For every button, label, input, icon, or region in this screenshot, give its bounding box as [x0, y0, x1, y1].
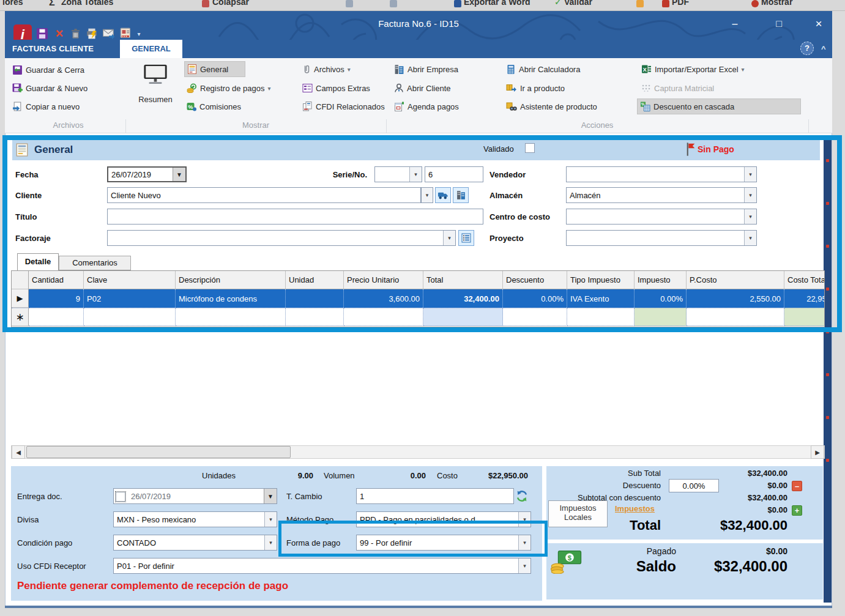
fecha-dropdown-button[interactable]: ▼ [173, 168, 185, 181]
entrega-doc-combo[interactable]: 26/07/2019 ▼ [113, 488, 277, 504]
factoraje-dropdown-button[interactable]: ▾ [443, 231, 455, 245]
qat-dropdown-caret[interactable]: ▾ [135, 27, 143, 40]
proyecto-combo[interactable]: ▾ [566, 230, 757, 246]
guardar-cerrar-button[interactable]: Guardar & Cerra [10, 62, 87, 78]
copiar-nuevo-button[interactable]: Copiar a nuevo [10, 98, 82, 114]
impuestos-locales-button[interactable]: Impuestos Locales [548, 500, 608, 527]
metodo-pago-combo[interactable]: PPD - Pago en parcialidades o d ▾ [356, 511, 531, 527]
cell-unidad[interactable] [286, 289, 344, 308]
ir-a-producto-button[interactable]: Ir a producto [504, 80, 567, 96]
fecha-combo[interactable]: 26/07/2019 ▼ [107, 166, 187, 182]
cell-p-costo[interactable]: 2,550.00 [687, 289, 784, 308]
vendedor-dropdown-button[interactable]: ▾ [744, 167, 756, 182]
col-header[interactable]: Descuento [503, 271, 567, 289]
entrega-dropdown-button[interactable]: ▼ [264, 489, 277, 503]
col-header[interactable]: Cantidad [29, 271, 84, 289]
tab-comentarios[interactable]: Comentarios [59, 256, 131, 270]
asistente-producto-button[interactable]: Asistente de producto [504, 98, 600, 114]
add-tax-button[interactable]: + [792, 505, 802, 516]
cliente-dropdown[interactable]: ▾ [421, 187, 433, 203]
forma-pago-combo[interactable]: 99 - Por definir ▾ [356, 535, 531, 551]
general-view-button[interactable]: General [184, 61, 245, 77]
vendedor-combo[interactable]: ▾ [566, 166, 757, 182]
col-header[interactable]: Impuesto [635, 271, 687, 289]
cell-empty[interactable] [29, 308, 84, 326]
cell-empty[interactable] [84, 308, 176, 326]
cell-empty[interactable] [567, 308, 635, 326]
col-header[interactable]: Descripción [176, 271, 286, 289]
right-marker-strip[interactable] [824, 136, 832, 603]
cell-empty[interactable] [687, 308, 784, 326]
grid-horizontal-scrollbar[interactable]: ◀ ▶ [11, 445, 825, 459]
cell-empty[interactable] [635, 308, 687, 326]
cell-descripcion[interactable]: Micrófono de condens [176, 289, 286, 308]
divisa-dropdown-button[interactable]: ▾ [264, 512, 277, 527]
descuento-cascada-button[interactable]: % Descuento en cascada [637, 98, 801, 114]
cliente-sucursal-button[interactable] [453, 187, 469, 203]
cliente-dropdown-button[interactable]: ▾ [422, 188, 433, 202]
abrir-cliente-button[interactable]: Abrir Cliente [392, 80, 453, 96]
col-header[interactable]: Precio Unitario [344, 271, 423, 289]
agenda-pagos-button[interactable]: Agenda pagos [392, 98, 461, 114]
print-button[interactable] [84, 27, 99, 40]
proyecto-dropdown-button[interactable]: ▾ [744, 231, 756, 245]
trash-button[interactable] [69, 27, 82, 40]
comisiones-button[interactable]: % Comisiones [184, 98, 244, 114]
t-cambio-input[interactable]: 1 [356, 488, 514, 504]
serie-combo[interactable]: ▾ [374, 166, 422, 182]
maximize-button[interactable]: □ [769, 17, 789, 31]
abrir-calculadora-button[interactable]: Abrir Calculadora [504, 61, 583, 77]
timbrar-button[interactable] [119, 27, 133, 40]
almacen-combo[interactable]: Almacén ▾ [566, 187, 757, 203]
cell-empty[interactable] [344, 308, 423, 326]
entrega-checkbox[interactable] [116, 492, 125, 502]
cfdi-relacionados-button[interactable]: CFDI Relacionados [300, 98, 387, 114]
metodo-pago-dropdown-button[interactable]: ▾ [518, 512, 530, 527]
minimize-button[interactable]: – [725, 17, 745, 31]
centro-costo-combo[interactable]: ▾ [566, 209, 757, 225]
save-button[interactable] [35, 27, 49, 40]
cell-total[interactable]: 32,400.00 [423, 289, 503, 308]
cell-costo-total[interactable]: 22,950.00 [784, 289, 825, 308]
cell-tipo-impuesto[interactable]: IVA Exento [567, 289, 635, 308]
help-button[interactable]: ? [800, 42, 814, 55]
cell-impuesto[interactable]: 0.00% [635, 289, 687, 308]
forma-pago-dropdown-button[interactable]: ▾ [518, 535, 530, 550]
archivos-adjuntos-button[interactable]: Archivos ▾ [300, 61, 353, 77]
cell-empty[interactable] [784, 308, 825, 326]
actualizar-tipo-cambio-button[interactable] [514, 488, 530, 504]
uso-cfdi-combo[interactable]: P01 - Por definir ▾ [113, 558, 531, 574]
divisa-combo[interactable]: MXN - Peso mexicano ▾ [113, 511, 277, 527]
col-header[interactable]: Clave [84, 271, 176, 289]
registro-pagos-button[interactable]: Registro de pagos ▾ [184, 80, 274, 96]
factoraje-list-button[interactable] [458, 230, 474, 246]
cell-empty[interactable] [423, 308, 503, 326]
cell-clave[interactable]: P02 [84, 289, 176, 308]
collapse-ribbon-button[interactable]: ^ [821, 44, 826, 53]
cliente-input[interactable]: Cliente Nuevo [107, 187, 421, 203]
delete-x-button[interactable]: × [53, 27, 66, 40]
col-header[interactable]: Costo Total [784, 271, 825, 289]
remove-discount-button[interactable]: – [792, 481, 802, 491]
send-mail-button[interactable] [102, 27, 116, 40]
condicion-pago-combo[interactable]: CONTADO ▾ [113, 535, 277, 551]
titulo-input[interactable] [107, 209, 483, 225]
grid-new-row[interactable]: ∗ [12, 308, 825, 326]
grid-row-selected[interactable]: ▶ 9 P02 Micrófono de condens 3,600.00 32… [12, 289, 825, 308]
cell-empty[interactable] [176, 308, 286, 326]
scroll-left-button[interactable]: ◀ [12, 445, 25, 459]
guardar-nuevo-button[interactable]: Guardar & Nuevo [10, 80, 90, 96]
centro-costo-dropdown-button[interactable]: ▾ [744, 209, 756, 224]
importar-exportar-excel-button[interactable]: X Importar/Exportar Excel ▾ [639, 61, 747, 77]
serie-dropdown-button[interactable]: ▾ [409, 167, 422, 182]
scroll-right-button[interactable]: ▶ [811, 445, 824, 459]
descuento-input[interactable]: 0.00% [669, 479, 719, 492]
campos-extras-button[interactable]: Campos Extras [300, 80, 373, 96]
factoraje-combo[interactable]: ▾ [107, 230, 456, 246]
tab-general[interactable]: GENERAL [120, 40, 182, 58]
close-button[interactable]: × [808, 17, 830, 31]
cell-descuento[interactable]: 0.00% [503, 289, 567, 308]
numero-input[interactable]: 6 [425, 166, 483, 182]
impuestos-link[interactable]: Impuestos [615, 504, 655, 513]
almacen-dropdown-button[interactable]: ▾ [744, 188, 756, 202]
